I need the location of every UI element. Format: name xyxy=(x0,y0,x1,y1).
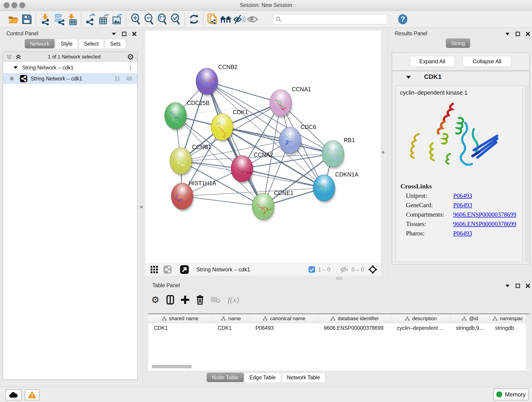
export-image-button[interactable] xyxy=(110,13,124,26)
network-node-RB1[interactable]: RB1 xyxy=(322,137,355,169)
column-header-label: namespac xyxy=(500,316,523,322)
column-header-description[interactable]: description xyxy=(391,314,450,323)
zoom-selected-button[interactable] xyxy=(169,13,182,26)
close-panel-icon[interactable] xyxy=(526,283,530,288)
tab-select[interactable]: Select xyxy=(79,39,104,48)
network-node-CDC6[interactable]: CDC6 xyxy=(279,124,316,155)
network-node-CCNA1[interactable]: CCNA1 xyxy=(270,86,311,118)
float-panel-icon[interactable] xyxy=(122,32,127,36)
clone-network-button[interactable] xyxy=(206,13,219,26)
cloud-status-button[interactable] xyxy=(6,389,22,400)
network-edge[interactable] xyxy=(242,169,324,188)
tab-string-results[interactable]: String xyxy=(446,38,470,48)
table-vertical-scrollbar[interactable] xyxy=(526,314,530,370)
crosslink-link[interactable]: P06493 xyxy=(453,230,472,237)
node-table[interactable]: shared namenamecanonical namedatabase id… xyxy=(148,313,530,370)
help-button[interactable]: ? xyxy=(396,13,409,26)
table-cell[interactable]: stringdb:9... xyxy=(450,323,490,333)
column-header-database-identifier[interactable]: database identifier xyxy=(318,314,391,323)
network-edge[interactable] xyxy=(182,196,263,206)
column-header-namespac[interactable]: namespac xyxy=(490,314,526,323)
tab-edge-table[interactable]: Edge Table xyxy=(244,373,281,382)
collapse-panel-icon[interactable] xyxy=(505,284,510,287)
import-network-database-button[interactable] xyxy=(52,13,65,26)
show-columns-icon[interactable] xyxy=(166,295,174,305)
left-splitter-handle[interactable] xyxy=(140,206,143,208)
close-panel-icon[interactable] xyxy=(132,32,137,36)
zoom-in-button[interactable] xyxy=(129,13,142,26)
crosslink-link[interactable]: P06493 xyxy=(453,192,472,199)
export-table-button[interactable] xyxy=(97,13,110,26)
crosslink-link[interactable]: P06493 xyxy=(453,202,472,209)
save-session-button[interactable] xyxy=(20,13,33,26)
open-session-button[interactable] xyxy=(7,13,20,26)
close-panel-icon[interactable] xyxy=(526,32,530,36)
float-panel-icon[interactable] xyxy=(515,32,520,36)
network-node-CCNB2[interactable]: CCNB2 xyxy=(196,64,238,96)
network-options-gear-icon[interactable]: ⚙ xyxy=(127,53,134,61)
network-edge[interactable] xyxy=(207,81,263,206)
import-network-file-button[interactable] xyxy=(39,13,52,26)
search-input[interactable] xyxy=(273,14,387,24)
collapse-panel-icon[interactable] xyxy=(505,32,510,36)
hide-selected-button[interactable] xyxy=(233,13,246,26)
network-node-CCNE1[interactable]: CCNE1 xyxy=(252,190,293,221)
network-node-CDK1[interactable]: CDK1 xyxy=(211,109,248,142)
table-cell[interactable]: CDK1 xyxy=(212,323,250,333)
column-header-shared-name[interactable]: shared name xyxy=(148,314,212,323)
birdseye-view-icon[interactable] xyxy=(180,265,189,274)
collapse-all-networks-icon[interactable] xyxy=(6,54,12,60)
network-node-CDKN1A[interactable]: CDKN1A xyxy=(313,171,359,203)
zoom-out-button[interactable] xyxy=(142,13,156,26)
crosshair-icon[interactable] xyxy=(368,265,378,274)
horizontal-splitter-handle[interactable] xyxy=(336,277,342,280)
delete-column-icon[interactable] xyxy=(196,295,204,305)
gene-section-expander-icon[interactable] xyxy=(406,75,411,79)
import-table-file-button[interactable] xyxy=(65,13,79,26)
table-cell[interactable]: cyclin–dependent ... xyxy=(391,323,450,333)
crosslink-link[interactable]: 9606.ENSP00000378699 xyxy=(453,211,516,218)
table-cell[interactable]: 9606.ENSP00000378699 xyxy=(318,323,391,333)
table-options-gear-icon[interactable]: ⚙ xyxy=(151,295,159,304)
collapse-all-button[interactable]: Collapse All xyxy=(462,56,512,67)
network-view-icon[interactable] xyxy=(163,265,172,274)
column-header-name[interactable]: name xyxy=(212,314,250,323)
collapse-panel-icon[interactable] xyxy=(111,32,116,36)
expand-all-button[interactable]: Expand All xyxy=(410,56,455,67)
table-cell[interactable]: P06493 xyxy=(250,323,318,333)
selected-checkbox-icon[interactable] xyxy=(308,266,315,273)
tab-network[interactable]: Network xyxy=(25,39,55,48)
tree-expander-icon[interactable] xyxy=(13,66,18,69)
clone-network-icon xyxy=(207,13,218,26)
table-row[interactable]: CDK1CDK1P064939606.ENSP00000378699cyclin… xyxy=(148,323,530,333)
first-neighbors-button[interactable] xyxy=(219,13,233,26)
show-all-button[interactable] xyxy=(246,13,259,26)
export-network-button[interactable] xyxy=(84,13,97,26)
expand-all-networks-icon[interactable] xyxy=(15,54,21,60)
results-scrollbar[interactable] xyxy=(526,85,529,262)
network-row[interactable]: String Network – cdk1 11 48 xyxy=(3,73,137,84)
tab-network-table[interactable]: Network Table xyxy=(282,373,325,382)
table-horizontal-scrollbar[interactable] xyxy=(152,365,192,368)
warnings-button[interactable] xyxy=(25,389,39,400)
crosslink-link[interactable]: 9606.ENSP00000378699 xyxy=(453,220,516,228)
column-header-canonical-name[interactable]: canonical name xyxy=(250,314,318,323)
tab-node-table[interactable]: Node Table xyxy=(207,373,244,382)
refresh-view-button[interactable] xyxy=(187,13,201,26)
network-node-CDC25B[interactable]: CDC25B xyxy=(165,100,210,131)
grid-view-icon[interactable] xyxy=(150,266,158,274)
add-column-icon[interactable] xyxy=(181,296,189,304)
memory-status-button[interactable]: Memory xyxy=(493,389,529,400)
tab-sets[interactable]: Sets xyxy=(105,39,126,48)
zoom-fit-button[interactable] xyxy=(156,13,169,26)
float-panel-icon[interactable] xyxy=(515,283,520,288)
tab-style[interactable]: Style xyxy=(56,39,78,48)
table-cell[interactable]: stringdb xyxy=(490,323,526,333)
table-cell[interactable]: CDK1 xyxy=(148,323,212,333)
column-header-@id[interactable]: @id xyxy=(450,314,490,323)
network-canvas[interactable]: CCNB2CCNA1CDC25BCDK1CDC6RB1CCNB1CCNA2CDK… xyxy=(145,31,381,263)
network-collection-row[interactable]: String Network – cdk1 1 xyxy=(3,62,137,73)
right-splitter[interactable] xyxy=(388,27,388,280)
refresh-icon xyxy=(188,13,200,25)
right-splitter-handle[interactable] xyxy=(382,151,385,154)
